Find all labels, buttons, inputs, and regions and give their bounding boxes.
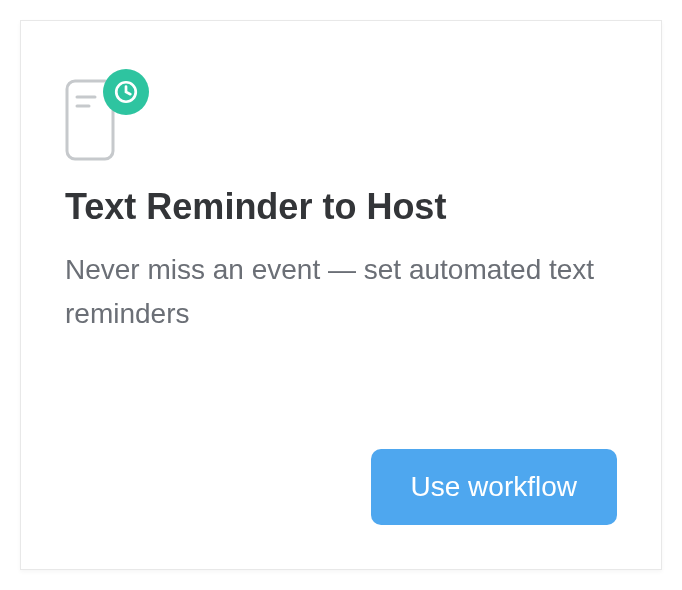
card-icon (65, 69, 137, 161)
clock-badge (103, 69, 149, 115)
button-row: Use workflow (65, 449, 617, 525)
card-title: Text Reminder to Host (65, 185, 617, 228)
use-workflow-button[interactable]: Use workflow (371, 449, 617, 525)
workflow-card: Text Reminder to Host Never miss an even… (20, 20, 662, 570)
card-description: Never miss an event — set automated text… (65, 248, 617, 335)
clock-icon (113, 79, 139, 105)
